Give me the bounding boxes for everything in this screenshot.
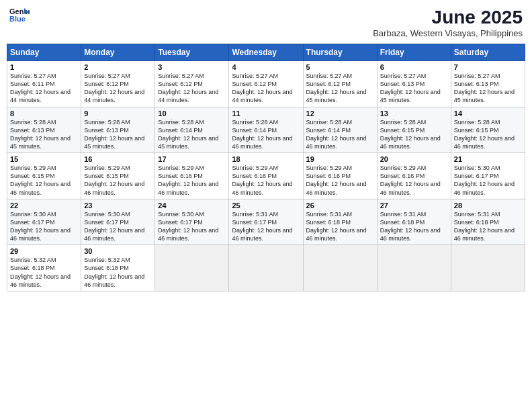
table-row: 6 Sunrise: 5:27 AM Sunset: 6:13 PM Dayli… (377, 61, 451, 107)
day-number: 12 (306, 109, 374, 118)
day-info: Sunrise: 5:29 AM Sunset: 6:16 PM Dayligh… (232, 164, 300, 197)
col-saturday: Saturday (451, 44, 525, 61)
day-number: 9 (84, 109, 152, 118)
logo-icon: General Blue (9, 7, 30, 23)
day-info: Sunrise: 5:27 AM Sunset: 6:12 PM Dayligh… (84, 72, 152, 105)
day-number: 5 (306, 63, 374, 71)
day-info: Sunrise: 5:29 AM Sunset: 6:15 PM Dayligh… (84, 164, 152, 197)
day-info: Sunrise: 5:28 AM Sunset: 6:14 PM Dayligh… (158, 118, 226, 151)
day-number: 6 (380, 63, 448, 71)
day-info: Sunrise: 5:31 AM Sunset: 6:18 PM Dayligh… (306, 210, 374, 243)
table-row: 21 Sunrise: 5:30 AM Sunset: 6:17 PM Dayl… (451, 153, 525, 199)
table-row: 14 Sunrise: 5:28 AM Sunset: 6:15 PM Dayl… (451, 107, 525, 153)
day-number: 16 (84, 155, 152, 163)
table-row (155, 245, 229, 291)
table-row: 2 Sunrise: 5:27 AM Sunset: 6:12 PM Dayli… (81, 61, 155, 107)
table-row (377, 245, 451, 291)
table-row: 30 Sunrise: 5:32 AM Sunset: 6:18 PM Dayl… (81, 245, 155, 291)
day-info: Sunrise: 5:28 AM Sunset: 6:13 PM Dayligh… (84, 118, 152, 151)
day-info: Sunrise: 5:32 AM Sunset: 6:18 PM Dayligh… (10, 256, 78, 289)
day-info: Sunrise: 5:28 AM Sunset: 6:13 PM Dayligh… (10, 118, 78, 151)
table-row: 18 Sunrise: 5:29 AM Sunset: 6:16 PM Dayl… (229, 153, 303, 199)
svg-text:Blue: Blue (9, 15, 26, 23)
day-info: Sunrise: 5:27 AM Sunset: 6:13 PM Dayligh… (454, 72, 522, 105)
day-info: Sunrise: 5:28 AM Sunset: 6:14 PM Dayligh… (232, 118, 300, 151)
calendar-table: Sunday Monday Tuesday Wednesday Thursday… (7, 44, 525, 291)
day-info: Sunrise: 5:27 AM Sunset: 6:12 PM Dayligh… (232, 72, 300, 105)
table-row: 17 Sunrise: 5:29 AM Sunset: 6:16 PM Dayl… (155, 153, 229, 199)
table-row: 7 Sunrise: 5:27 AM Sunset: 6:13 PM Dayli… (451, 61, 525, 107)
day-number: 28 (454, 201, 522, 210)
table-row (229, 245, 303, 291)
title-area: June 2025 Barbaza, Western Visayas, Phil… (373, 7, 523, 38)
table-row: 11 Sunrise: 5:28 AM Sunset: 6:14 PM Dayl… (229, 107, 303, 153)
day-info: Sunrise: 5:31 AM Sunset: 6:18 PM Dayligh… (454, 210, 522, 243)
table-row: 28 Sunrise: 5:31 AM Sunset: 6:18 PM Dayl… (451, 199, 525, 245)
day-number: 17 (158, 155, 226, 163)
day-number: 10 (158, 109, 226, 118)
table-row: 23 Sunrise: 5:30 AM Sunset: 6:17 PM Dayl… (81, 199, 155, 245)
table-row: 20 Sunrise: 5:29 AM Sunset: 6:16 PM Dayl… (377, 153, 451, 199)
day-info: Sunrise: 5:28 AM Sunset: 6:15 PM Dayligh… (380, 118, 448, 151)
day-number: 7 (454, 63, 522, 71)
table-row: 4 Sunrise: 5:27 AM Sunset: 6:12 PM Dayli… (229, 61, 303, 107)
calendar-week-row: 8 Sunrise: 5:28 AM Sunset: 6:13 PM Dayli… (7, 107, 525, 153)
table-row: 19 Sunrise: 5:29 AM Sunset: 6:16 PM Dayl… (303, 153, 377, 199)
day-number: 2 (84, 63, 152, 71)
table-row: 15 Sunrise: 5:29 AM Sunset: 6:15 PM Dayl… (7, 153, 81, 199)
day-info: Sunrise: 5:30 AM Sunset: 6:17 PM Dayligh… (158, 210, 226, 243)
day-number: 21 (454, 155, 522, 163)
day-number: 15 (10, 155, 78, 163)
table-row (303, 245, 377, 291)
day-info: Sunrise: 5:30 AM Sunset: 6:17 PM Dayligh… (84, 210, 152, 243)
day-number: 27 (380, 201, 448, 210)
col-tuesday: Tuesday (155, 44, 229, 61)
calendar-header-row: Sunday Monday Tuesday Wednesday Thursday… (7, 44, 525, 61)
day-number: 30 (84, 247, 152, 255)
month-title: June 2025 (373, 7, 523, 28)
table-row: 9 Sunrise: 5:28 AM Sunset: 6:13 PM Dayli… (81, 107, 155, 153)
day-info: Sunrise: 5:28 AM Sunset: 6:15 PM Dayligh… (454, 118, 522, 151)
calendar-week-row: 29 Sunrise: 5:32 AM Sunset: 6:18 PM Dayl… (7, 245, 525, 291)
day-number: 18 (232, 155, 300, 163)
col-wednesday: Wednesday (229, 44, 303, 61)
col-thursday: Thursday (303, 44, 377, 61)
day-info: Sunrise: 5:31 AM Sunset: 6:17 PM Dayligh… (232, 210, 300, 243)
day-info: Sunrise: 5:29 AM Sunset: 6:16 PM Dayligh… (158, 164, 226, 197)
day-number: 29 (10, 247, 78, 255)
table-row: 27 Sunrise: 5:31 AM Sunset: 6:18 PM Dayl… (377, 199, 451, 245)
col-sunday: Sunday (7, 44, 81, 61)
day-number: 14 (454, 109, 522, 118)
day-number: 26 (306, 201, 374, 210)
day-info: Sunrise: 5:27 AM Sunset: 6:13 PM Dayligh… (380, 72, 448, 105)
table-row: 5 Sunrise: 5:27 AM Sunset: 6:12 PM Dayli… (303, 61, 377, 107)
day-number: 4 (232, 63, 300, 71)
day-number: 25 (232, 201, 300, 210)
calendar-week-row: 1 Sunrise: 5:27 AM Sunset: 6:11 PM Dayli… (7, 61, 525, 107)
table-row: 12 Sunrise: 5:28 AM Sunset: 6:14 PM Dayl… (303, 107, 377, 153)
day-info: Sunrise: 5:30 AM Sunset: 6:17 PM Dayligh… (10, 210, 78, 243)
table-row: 13 Sunrise: 5:28 AM Sunset: 6:15 PM Dayl… (377, 107, 451, 153)
table-row: 16 Sunrise: 5:29 AM Sunset: 6:15 PM Dayl… (81, 153, 155, 199)
table-row: 3 Sunrise: 5:27 AM Sunset: 6:12 PM Dayli… (155, 61, 229, 107)
day-info: Sunrise: 5:29 AM Sunset: 6:16 PM Dayligh… (306, 164, 374, 197)
col-monday: Monday (81, 44, 155, 61)
day-info: Sunrise: 5:28 AM Sunset: 6:14 PM Dayligh… (306, 118, 374, 151)
day-number: 24 (158, 201, 226, 210)
table-row: 25 Sunrise: 5:31 AM Sunset: 6:17 PM Dayl… (229, 199, 303, 245)
day-number: 8 (10, 109, 78, 118)
table-row (451, 245, 525, 291)
table-row: 10 Sunrise: 5:28 AM Sunset: 6:14 PM Dayl… (155, 107, 229, 153)
col-friday: Friday (377, 44, 451, 61)
logo: General Blue (9, 7, 30, 23)
day-number: 23 (84, 201, 152, 210)
day-number: 1 (10, 63, 78, 71)
day-info: Sunrise: 5:29 AM Sunset: 6:15 PM Dayligh… (10, 164, 78, 197)
table-row: 26 Sunrise: 5:31 AM Sunset: 6:18 PM Dayl… (303, 199, 377, 245)
day-number: 11 (232, 109, 300, 118)
table-row: 24 Sunrise: 5:30 AM Sunset: 6:17 PM Dayl… (155, 199, 229, 245)
day-number: 22 (10, 201, 78, 210)
day-number: 19 (306, 155, 374, 163)
day-number: 3 (158, 63, 226, 71)
day-info: Sunrise: 5:27 AM Sunset: 6:11 PM Dayligh… (10, 72, 78, 105)
